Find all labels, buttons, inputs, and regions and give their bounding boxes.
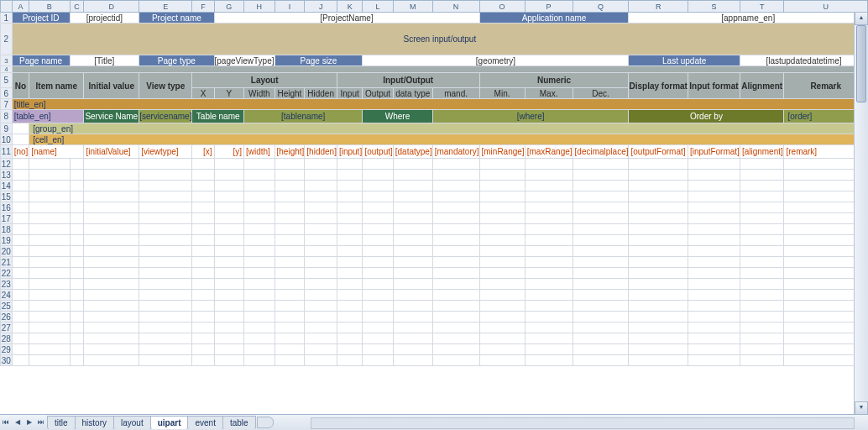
cell[interactable] [688,235,740,246]
data-init[interactable]: [initialValue] [84,145,139,159]
cell[interactable] [688,268,740,279]
cell[interactable] [363,224,393,235]
row-number[interactable]: 14 [1,181,13,191]
cell[interactable] [139,290,192,301]
data-w[interactable]: [width] [244,145,275,159]
cell[interactable] [29,312,70,322]
cell[interactable] [305,257,337,268]
cell[interactable] [70,355,84,366]
value-table-name[interactable]: [tablename] [244,110,363,123]
cell[interactable] [214,268,243,279]
row-number[interactable]: 22 [1,268,13,279]
cell[interactable] [337,355,362,366]
cell[interactable] [363,290,393,301]
row-number[interactable]: 23 [1,279,13,290]
cell[interactable] [29,191,70,202]
cell[interactable] [740,301,784,312]
column-header[interactable]: O [479,1,525,13]
cell[interactable] [305,181,337,191]
cell[interactable] [688,312,740,322]
cell[interactable] [70,333,84,344]
cell[interactable] [393,344,432,355]
cell[interactable] [84,213,139,224]
row-number[interactable]: 13 [1,170,13,181]
cell[interactable] [275,312,305,322]
cell[interactable] [214,181,243,191]
cell[interactable] [337,191,362,202]
cell[interactable] [70,170,84,181]
cell[interactable] [337,224,362,235]
cell[interactable] [688,246,740,257]
cell[interactable] [629,344,688,355]
cell[interactable] [432,312,479,322]
data-name-cell[interactable]: [name] [29,145,84,159]
cell[interactable] [432,268,479,279]
value-page-name[interactable]: [Title] [70,55,139,66]
tab-nav-last[interactable]: ⏭ [36,417,46,428]
cell[interactable] [393,268,432,279]
cell[interactable] [29,290,70,301]
cell[interactable] [244,181,275,191]
row-number[interactable]: 25 [1,301,13,312]
cell[interactable] [244,202,275,213]
cell[interactable] [275,268,305,279]
data-align[interactable]: [alignment] [740,145,784,159]
column-header[interactable]: Q [573,1,629,13]
cell[interactable] [629,235,688,246]
cell[interactable] [84,333,139,344]
cell[interactable] [525,257,573,268]
cell[interactable] [629,268,688,279]
cell[interactable] [214,333,243,344]
cell[interactable] [688,344,740,355]
cell[interactable] [479,268,525,279]
cell[interactable] [70,202,84,213]
cell[interactable] [29,235,70,246]
cell[interactable] [12,301,29,312]
cell[interactable] [479,224,525,235]
cell[interactable] [275,290,305,301]
column-header[interactable]: H [244,1,275,13]
cell[interactable] [139,333,192,344]
tab-nav-first[interactable]: ⏮ [1,417,11,428]
cell[interactable] [70,344,84,355]
cell[interactable] [688,170,740,181]
data-view[interactable]: [viewtype] [139,145,192,159]
cell[interactable] [393,159,432,170]
cell[interactable] [139,170,192,181]
cell[interactable] [629,191,688,202]
row-number[interactable]: 9 [1,123,13,134]
cell[interactable] [393,301,432,312]
cell[interactable] [214,257,243,268]
cell[interactable] [12,279,29,290]
cell[interactable] [29,224,70,235]
cell[interactable] [275,355,305,366]
cell[interactable] [393,322,432,333]
cell[interactable] [29,213,70,224]
cell[interactable] [192,268,214,279]
column-header[interactable]: F [192,1,214,13]
cell[interactable] [629,246,688,257]
cell[interactable] [139,257,192,268]
column-header[interactable]: B [29,1,70,13]
cell[interactable] [393,191,432,202]
value-app-name[interactable]: [appname_en] [629,13,868,24]
cell[interactable] [305,301,337,312]
cell[interactable] [192,355,214,366]
row-cell[interactable]: [cell_en] [29,134,868,145]
cell[interactable] [70,279,84,290]
cell[interactable] [305,312,337,322]
cell[interactable] [70,224,84,235]
cell[interactable] [393,257,432,268]
cell[interactable] [192,224,214,235]
cell[interactable] [244,257,275,268]
cell[interactable] [244,301,275,312]
column-header[interactable]: J [305,1,337,13]
cell[interactable] [629,170,688,181]
cell[interactable] [139,213,192,224]
cell[interactable] [740,333,784,344]
cell[interactable] [432,333,479,344]
cell[interactable] [214,355,243,366]
cell[interactable] [688,290,740,301]
cell[interactable] [363,181,393,191]
cell[interactable] [432,224,479,235]
